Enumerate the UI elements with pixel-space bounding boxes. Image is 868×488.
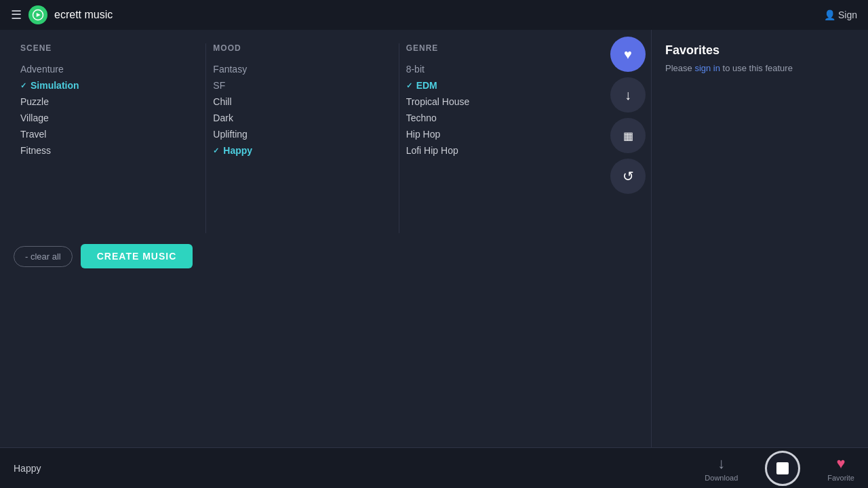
bottom-mood-label: Happy bbox=[14, 463, 41, 474]
scene-item-fitness[interactable]: Fitness bbox=[20, 142, 199, 159]
download-button[interactable]: ↓ bbox=[610, 77, 646, 113]
film-button[interactable]: ▦ bbox=[610, 118, 646, 153]
right-buttons: ♥ ↓ ▦ ↺ bbox=[605, 30, 651, 447]
scene-item-simulation[interactable]: Simulation bbox=[20, 77, 199, 94]
sign-in-link[interactable]: sign in bbox=[694, 63, 720, 73]
favorites-desc-before: Please bbox=[665, 63, 694, 73]
favorite-heart-icon: ♥ bbox=[837, 455, 846, 472]
refresh-button[interactable]: ↺ bbox=[610, 159, 646, 194]
refresh-icon: ↺ bbox=[623, 168, 634, 184]
mood-item-chill[interactable]: Chill bbox=[213, 94, 391, 110]
scene-header: SCENE bbox=[20, 43, 199, 53]
scene-item-adventure[interactable]: Adventure bbox=[20, 61, 199, 77]
download-action[interactable]: ↓ Download bbox=[705, 455, 738, 482]
genre-item-lofi-hip-hop[interactable]: Lofi Hip Hop bbox=[406, 142, 585, 159]
favorites-title: Favorites bbox=[665, 43, 854, 58]
app-title: ecrett music bbox=[54, 9, 113, 21]
clear-all-button[interactable]: - clear all bbox=[14, 246, 73, 267]
favorites-description: Please sign in to use this feature bbox=[665, 63, 854, 73]
bottom-bar: Happy ↓ Download ♥ Favorite bbox=[0, 447, 868, 488]
selector-panel: SCENE Adventure Simulation Puzzle Villag… bbox=[0, 30, 605, 447]
stop-button[interactable] bbox=[765, 451, 800, 486]
hamburger-icon[interactable]: ☰ bbox=[11, 7, 22, 22]
genre-column: GENRE 8-bit EDM Tropical House Techno Hi… bbox=[399, 43, 591, 233]
film-icon: ▦ bbox=[623, 129, 633, 142]
favorites-desc-after: to use this feature bbox=[720, 63, 793, 73]
mood-item-uplifting[interactable]: Uplifting bbox=[213, 126, 391, 142]
genre-item-8bit[interactable]: 8-bit bbox=[406, 61, 585, 77]
favorite-action[interactable]: ♥ Favorite bbox=[827, 455, 854, 482]
person-icon: 👤 bbox=[824, 9, 835, 20]
columns-wrapper: SCENE Adventure Simulation Puzzle Villag… bbox=[14, 43, 591, 233]
download-icon: ↓ bbox=[625, 87, 631, 103]
genre-item-techno[interactable]: Techno bbox=[406, 110, 585, 126]
create-music-button[interactable]: CREATE MUSIC bbox=[81, 244, 193, 268]
action-row: - clear all CREATE MUSIC bbox=[14, 244, 591, 268]
favorites-heart-button[interactable]: ♥ bbox=[610, 37, 646, 72]
main-area: SCENE Adventure Simulation Puzzle Villag… bbox=[0, 30, 868, 447]
download-label: Download bbox=[705, 474, 738, 482]
scene-item-travel[interactable]: Travel bbox=[20, 126, 199, 142]
scene-item-village[interactable]: Village bbox=[20, 110, 199, 126]
sign-button[interactable]: 👤 Sign bbox=[824, 9, 857, 20]
favorite-label: Favorite bbox=[827, 474, 854, 482]
download-bottom-icon: ↓ bbox=[717, 455, 725, 472]
scene-item-puzzle[interactable]: Puzzle bbox=[20, 94, 199, 110]
top-nav: ☰ ecrett music 👤 Sign bbox=[0, 0, 868, 30]
genre-item-edm[interactable]: EDM bbox=[406, 77, 585, 94]
logo-icon bbox=[28, 5, 47, 24]
genre-item-tropical-house[interactable]: Tropical House bbox=[406, 94, 585, 110]
nav-left: ☰ ecrett music bbox=[11, 5, 113, 24]
mood-item-dark[interactable]: Dark bbox=[213, 110, 391, 126]
mood-column: MOOD Fantasy SF Chill Dark Uplifting Hap… bbox=[206, 43, 399, 233]
mood-item-fantasy[interactable]: Fantasy bbox=[213, 61, 391, 77]
genre-item-hip-hop[interactable]: Hip Hop bbox=[406, 126, 585, 142]
mood-item-sf[interactable]: SF bbox=[213, 77, 391, 94]
favorites-panel: Favorites Please sign in to use this fea… bbox=[651, 30, 868, 447]
mood-header: MOOD bbox=[213, 43, 391, 53]
stop-icon bbox=[776, 462, 789, 474]
bottom-actions: ↓ Download ♥ Favorite bbox=[705, 451, 854, 486]
scene-column: SCENE Adventure Simulation Puzzle Villag… bbox=[14, 43, 206, 233]
genre-header: GENRE bbox=[406, 43, 585, 53]
heart-icon: ♥ bbox=[624, 47, 632, 62]
mood-item-happy[interactable]: Happy bbox=[213, 142, 391, 159]
